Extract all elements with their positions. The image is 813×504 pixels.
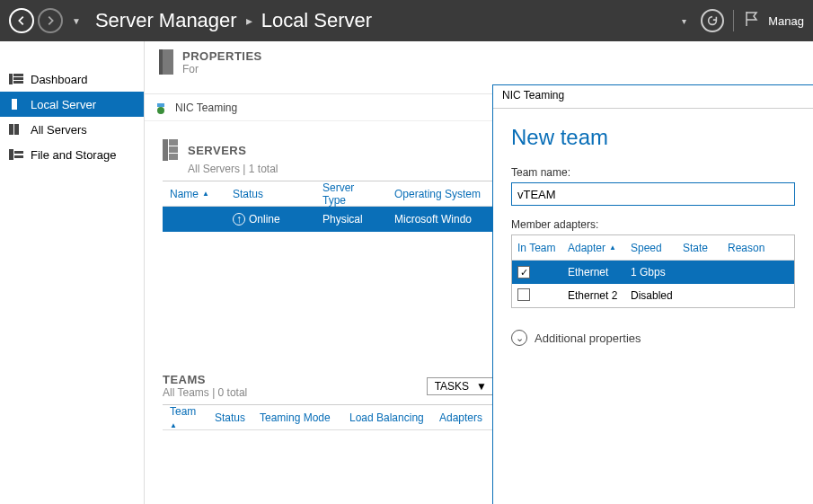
servers-table: Name▲ Status Server Type Operating Syste… — [163, 181, 495, 232]
sidebar-item-label: Local Server — [31, 98, 96, 111]
col-load-balancing-header[interactable]: Load Balancing — [342, 411, 432, 424]
back-button[interactable] — [9, 8, 34, 33]
svg-rect-3 — [13, 81, 23, 84]
storage-icon — [9, 148, 23, 161]
member-adapters-table: In Team Adapter ▲ Speed State Reason ✓ E… — [511, 234, 795, 308]
servers-icon — [9, 123, 23, 136]
notifications-flag-icon[interactable] — [743, 10, 759, 31]
sort-asc-icon: ▲ — [609, 243, 616, 252]
server-icon — [9, 98, 23, 111]
col-os-header[interactable]: Operating System — [387, 188, 495, 200]
sort-asc-icon: ▲ — [170, 421, 177, 429]
new-team-heading: New team — [511, 125, 797, 150]
col-team-header[interactable]: Team ▲ — [163, 405, 208, 430]
member-adapters-label: Member adapters: — [511, 218, 797, 231]
properties-for: For — [182, 63, 262, 75]
svg-rect-4 — [12, 99, 17, 110]
svg-rect-1 — [13, 74, 23, 76]
servers-section-title: SERVERS — [188, 144, 246, 157]
history-dropdown-icon[interactable]: ▼ — [72, 16, 81, 26]
svg-rect-0 — [9, 74, 13, 84]
divider — [733, 10, 734, 31]
adapter-checkbox[interactable]: ✓ — [517, 266, 530, 279]
svg-rect-5 — [9, 124, 13, 135]
col-server-type-header[interactable]: Server Type — [315, 181, 387, 207]
adapter-checkbox[interactable] — [517, 288, 530, 301]
teams-table: Team ▲ Status Teaming Mode Load Balancin… — [163, 404, 495, 430]
sidebar-item-all-servers[interactable]: All Servers — [0, 117, 144, 142]
adapter-row[interactable]: Ethernet 2 Disabled — [512, 284, 794, 307]
chevron-right-icon: ▸ — [246, 13, 252, 28]
col-name-header[interactable]: Name▲ — [163, 188, 225, 200]
breadcrumb-current[interactable]: Local Server — [261, 9, 373, 32]
nic-app-icon — [154, 101, 168, 115]
sidebar-item-dashboard[interactable]: Dashboard — [0, 66, 144, 92]
col-teaming-mode-header[interactable]: Teaming Mode — [252, 411, 342, 424]
svg-rect-6 — [14, 124, 19, 135]
breadcrumb-root[interactable]: Server Manager — [95, 9, 237, 32]
col-adapters-header[interactable]: Adapters — [432, 411, 495, 424]
svg-rect-9 — [14, 155, 23, 158]
properties-header: PROPERTIES For — [145, 41, 813, 83]
new-team-dialog: NIC Teaming New team Team name: Member a… — [492, 84, 813, 504]
team-name-input[interactable] — [511, 182, 795, 206]
server-row[interactable]: ↑Online Physical Microsoft Windo — [163, 207, 495, 232]
chevron-down-icon: ⌄ — [511, 330, 527, 346]
col-team-status-header[interactable]: Status — [208, 411, 252, 424]
sidebar: Dashboard Local Server All Servers File … — [0, 41, 144, 504]
col-speed-header[interactable]: Speed — [625, 242, 677, 254]
online-status-icon: ↑ — [233, 213, 245, 225]
svg-rect-8 — [14, 151, 23, 154]
server-tower-icon — [159, 49, 173, 75]
svg-rect-11 — [157, 103, 164, 107]
tasks-dropdown-button[interactable]: TASKS ▼ — [427, 377, 495, 395]
titlebar: ▼ Server Manager ▸ Local Server ▾ Manag — [0, 0, 813, 41]
teams-section-title: TEAMS — [163, 373, 247, 386]
team-name-label: Team name: — [511, 166, 797, 179]
col-reason-header[interactable]: Reason — [722, 242, 794, 254]
servers-section-icon — [163, 139, 179, 161]
sidebar-item-file-storage[interactable]: File and Storage — [0, 142, 144, 167]
adapter-row[interactable]: ✓ Ethernet 1 Gbps — [512, 261, 794, 284]
forward-button[interactable] — [38, 8, 63, 33]
svg-point-10 — [157, 107, 164, 114]
dashboard-icon — [9, 73, 23, 85]
breadcrumb: Server Manager ▸ Local Server — [95, 9, 676, 32]
teams-section-subtitle: All Teams | 0 total — [163, 386, 247, 399]
col-in-team-header[interactable]: In Team — [512, 242, 562, 254]
view-dropdown-icon[interactable]: ▾ — [682, 16, 686, 26]
sidebar-item-local-server[interactable]: Local Server — [0, 92, 144, 117]
sort-asc-icon: ▲ — [202, 190, 209, 198]
manage-menu[interactable]: Manag — [768, 14, 804, 28]
svg-rect-2 — [13, 77, 23, 80]
properties-title: PROPERTIES — [182, 49, 262, 63]
additional-properties-toggle[interactable]: ⌄ Additional properties — [511, 330, 797, 346]
col-adapter-header[interactable]: Adapter ▲ — [562, 242, 625, 254]
chevron-down-icon: ▼ — [476, 380, 487, 393]
new-team-titlebar[interactable]: NIC Teaming — [493, 85, 813, 109]
col-state-header[interactable]: State — [677, 242, 722, 254]
col-status-header[interactable]: Status — [225, 188, 315, 200]
svg-rect-7 — [9, 149, 13, 160]
sidebar-item-label: All Servers — [31, 123, 87, 137]
sidebar-item-label: Dashboard — [31, 73, 88, 86]
sidebar-item-label: File and Storage — [31, 148, 116, 162]
refresh-button[interactable] — [701, 9, 724, 32]
